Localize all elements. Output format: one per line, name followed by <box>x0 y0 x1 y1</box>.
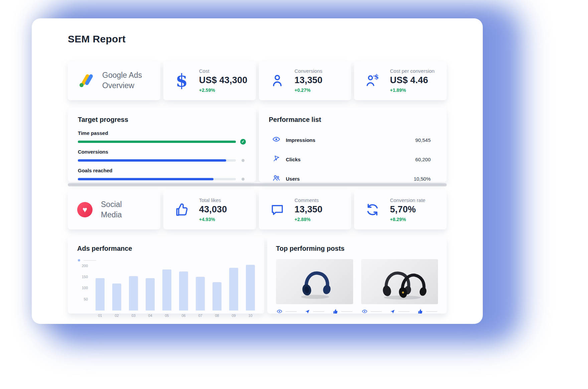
check-circle-icon: ✓ <box>240 139 246 145</box>
metric-label: Comments <box>295 197 323 203</box>
performance-label: Clicks <box>286 157 301 162</box>
bar <box>129 276 138 311</box>
y-axis: 50100150200 <box>77 264 91 311</box>
legend-line <box>84 260 96 261</box>
post-views-button[interactable] <box>277 309 297 314</box>
comments-metric-card: Comments 13,350 +2.88% <box>259 190 351 229</box>
google-ads-metrics-row: Google Ads Overview $ Cost US$ 43,300 +2… <box>68 61 447 100</box>
bar <box>96 278 105 311</box>
brand-title-line2: Media <box>101 210 122 220</box>
progress-label: Time passed <box>78 130 246 136</box>
post-shares-button[interactable] <box>305 309 324 314</box>
bar-column: 01 <box>96 278 105 318</box>
sync-icon <box>364 202 381 217</box>
top-performing-posts-card: Top performing posts <box>267 237 447 314</box>
social-media-card: ♥ Social Media <box>68 190 160 229</box>
bar-column: 03 <box>129 276 138 318</box>
stat-count-placeholder <box>371 311 382 312</box>
x-tick-label: 02 <box>115 314 119 318</box>
x-tick-label: 01 <box>98 314 102 318</box>
dot-icon <box>242 159 245 162</box>
stat-count-placeholder <box>285 311 297 312</box>
dot-icon <box>242 178 245 181</box>
metric-value: US$ 43,300 <box>199 75 248 85</box>
page-title: SEM Report <box>68 33 447 45</box>
progress-label: Goals reached <box>78 168 246 173</box>
bar <box>162 269 171 311</box>
performance-row-impressions: Impressions 90,545 <box>269 130 437 150</box>
chart-legend <box>78 259 255 261</box>
metric-value: 13,350 <box>295 204 323 215</box>
metric-value: 13,350 <box>295 75 323 85</box>
legend-dot-icon <box>78 259 80 261</box>
bar-column: 02 <box>112 283 121 318</box>
metric-delta: +1.89% <box>390 87 434 93</box>
post-likes-button[interactable] <box>418 309 437 314</box>
ads-performance-title: Ads performance <box>77 245 255 252</box>
y-tick-label: 150 <box>82 275 88 279</box>
google-ads-logo-icon <box>77 73 94 88</box>
post-stats <box>276 309 353 314</box>
cost-per-conversion-metric-card: $ Cost per conversion US$ 4.46 +1.89% <box>354 61 447 100</box>
bar-column: 09 <box>229 268 238 318</box>
x-tick-label: 10 <box>248 314 252 318</box>
x-tick-label: 05 <box>165 314 169 318</box>
bar-column: 06 <box>179 271 188 318</box>
posts-grid <box>276 259 438 314</box>
post-image-black-headphones[interactable] <box>361 259 438 304</box>
cost-metric-card: $ Cost US$ 43,300 +2.59% <box>163 61 256 100</box>
post-stats <box>361 309 438 314</box>
ads-performance-card: Ads performance 50100150200 010203040506… <box>68 237 264 314</box>
post-views-button[interactable] <box>362 309 382 314</box>
performance-label: Impressions <box>286 137 315 143</box>
x-tick-label: 06 <box>181 314 185 318</box>
conversion-rate-metric-card: Conversion rate 5,70% +8.29% <box>354 190 447 229</box>
google-ads-overview-title: Google Ads Overview <box>102 70 142 91</box>
progress-track <box>78 178 236 180</box>
metric-label: Cost <box>199 68 248 74</box>
metric-delta: +4.93% <box>199 217 227 222</box>
performance-row-clicks: Clicks 60,200 <box>269 150 437 169</box>
person-dollar-icon: $ <box>364 73 381 88</box>
metric-label: Conversions <box>295 68 323 74</box>
brand-title-line1: Google Ads <box>102 70 142 80</box>
brand-title-line2: Overview <box>102 80 142 91</box>
sem-report-panel: SEM Report Google Ads Overview $ Cost US… <box>32 18 483 324</box>
metric-delta: +8.29% <box>390 217 425 222</box>
performance-row-users: Users 10,50% <box>269 169 437 188</box>
person-icon <box>269 73 286 88</box>
performance-value: 10,50% <box>414 176 433 182</box>
performance-value: 90,545 <box>415 137 433 143</box>
metric-label: Conversion rate <box>390 197 425 203</box>
progress-performance-row: Target progress Time passed ✓ Conversion… <box>68 108 447 182</box>
thumbs-up-icon <box>173 202 190 217</box>
progress-fill <box>78 159 226 162</box>
post-shares-button[interactable] <box>390 309 410 314</box>
x-tick-label: 07 <box>198 314 202 318</box>
target-progress-card: Target progress Time passed ✓ Conversion… <box>68 108 256 182</box>
users-icon <box>272 174 280 183</box>
metric-value: 43,030 <box>199 204 227 215</box>
y-tick-label: 200 <box>82 264 88 268</box>
total-likes-metric-card: Total likes 43,030 +4.93% <box>163 190 256 229</box>
performance-label: Users <box>286 176 300 182</box>
target-progress-title: Target progress <box>78 116 246 124</box>
bar-column: 10 <box>246 265 255 318</box>
metric-label: Cost per conversion <box>390 68 434 74</box>
post-item-2 <box>361 259 438 314</box>
bar <box>212 282 222 311</box>
metric-label: Total likes <box>199 197 227 203</box>
chart-posts-row: Ads performance 50100150200 010203040506… <box>68 237 447 314</box>
performance-list-card: Performance list Impressions 90,545 <box>259 108 447 182</box>
google-ads-overview-card: Google Ads Overview <box>68 61 160 100</box>
heart-icon: ♥ <box>77 202 93 217</box>
metric-delta: +2.59% <box>199 87 248 93</box>
bar <box>146 278 155 311</box>
post-likes-button[interactable] <box>333 309 352 314</box>
progress-item-conversions: Conversions <box>78 149 246 163</box>
progress-label: Conversions <box>78 149 246 155</box>
bar <box>112 283 121 311</box>
post-image-navy-headphones[interactable] <box>276 259 353 304</box>
progress-item-time-passed: Time passed ✓ <box>78 130 246 145</box>
post-item-1 <box>276 259 353 314</box>
